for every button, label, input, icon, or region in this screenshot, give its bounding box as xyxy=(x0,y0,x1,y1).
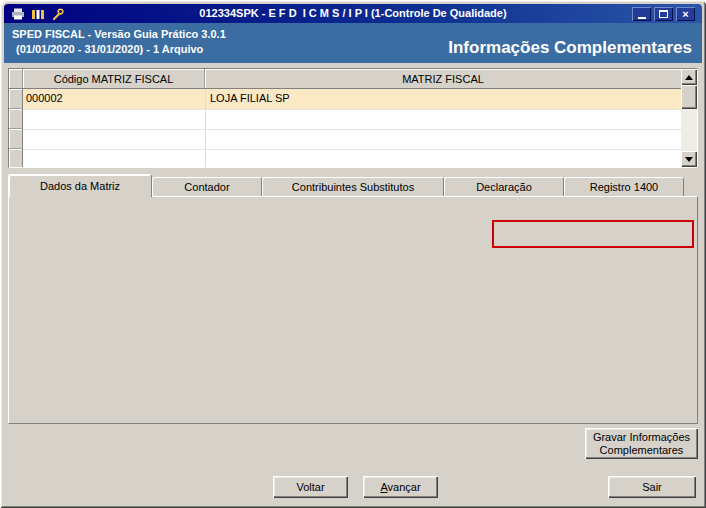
row-selector[interactable] xyxy=(9,89,23,109)
arrow-down-icon xyxy=(685,157,693,166)
row-selector[interactable] xyxy=(9,129,23,149)
grid-column-divider xyxy=(205,89,206,167)
maximize-icon xyxy=(659,10,668,18)
maximize-button[interactable] xyxy=(654,7,673,21)
sair-label: Sair xyxy=(642,481,662,493)
scrollbar-thumb[interactable] xyxy=(681,85,697,109)
titlebar[interactable]: 012334SPK - E F D I C M S / I P I (1-Con… xyxy=(4,4,702,23)
matriz-grid: Código MATRIZ FISCAL MATRIZ FISCAL 00000… xyxy=(8,68,698,168)
minimize-icon xyxy=(638,17,646,19)
window-controls: × xyxy=(632,7,695,21)
grid-row-line xyxy=(23,149,681,150)
gravar-informacoes-label: Gravar Informações Complementares xyxy=(589,431,694,457)
avancar-button[interactable]: Avançar xyxy=(363,476,438,498)
header-period: (01/01/2020 - 31/01/2020) - 1 Arquivo xyxy=(16,43,203,55)
tab-contador[interactable]: Contador xyxy=(152,177,262,196)
row-selector[interactable] xyxy=(9,109,23,129)
grid-scrollbar[interactable] xyxy=(681,69,697,167)
gravar-informacoes-button[interactable]: Gravar Informações Complementares xyxy=(585,428,698,459)
page-header: SPED FISCAL - Versão Guia Prático 3.0.1 … xyxy=(4,23,702,63)
voltar-button[interactable]: Voltar xyxy=(273,476,348,498)
app-window: 012334SPK - E F D I C M S / I P I (1-Con… xyxy=(0,0,706,508)
minimize-button[interactable] xyxy=(632,7,651,21)
scroll-up-button[interactable] xyxy=(681,69,697,85)
grid-header-matriz: MATRIZ FISCAL xyxy=(205,69,681,89)
tab-dados-da-matriz[interactable]: Dados da Matriz xyxy=(8,174,152,197)
titlebar-icons xyxy=(10,7,65,20)
grid-corner-cell xyxy=(9,69,23,89)
tab-registro-1400[interactable]: Registro 1400 xyxy=(564,177,684,196)
page-title: Informações Complementares xyxy=(448,38,692,58)
avancar-label: Avançar xyxy=(380,481,420,493)
row-selector[interactable] xyxy=(9,149,23,167)
sair-button[interactable]: Sair xyxy=(608,476,696,498)
tab-contribuintes-substitutos[interactable]: Contribuintes Substitutos xyxy=(262,177,444,196)
window-title: 012334SPK - E F D I C M S / I P I (1-Con… xyxy=(4,7,702,19)
header-version: SPED FISCAL - Versão Guia Prático 3.0.1 xyxy=(12,28,226,40)
voltar-label: Voltar xyxy=(296,481,324,493)
grid-header-codigo: Código MATRIZ FISCAL xyxy=(23,69,205,89)
tab-declaracao[interactable]: Declaração xyxy=(444,177,564,196)
scroll-down-button[interactable] xyxy=(681,151,697,167)
tab-panel xyxy=(8,196,698,424)
printer-icon[interactable] xyxy=(10,7,25,20)
grid-row-line xyxy=(23,129,681,130)
arrow-up-icon xyxy=(685,71,693,80)
columns-icon[interactable] xyxy=(30,7,45,20)
grid-row-line xyxy=(23,109,681,110)
close-button[interactable]: × xyxy=(676,7,695,21)
cell-codigo[interactable]: 000002 xyxy=(26,92,63,104)
cell-matriz[interactable]: LOJA FILIAL SP xyxy=(210,92,290,104)
table-row-selected-bg[interactable] xyxy=(23,89,681,109)
wrench-icon[interactable] xyxy=(50,7,65,20)
